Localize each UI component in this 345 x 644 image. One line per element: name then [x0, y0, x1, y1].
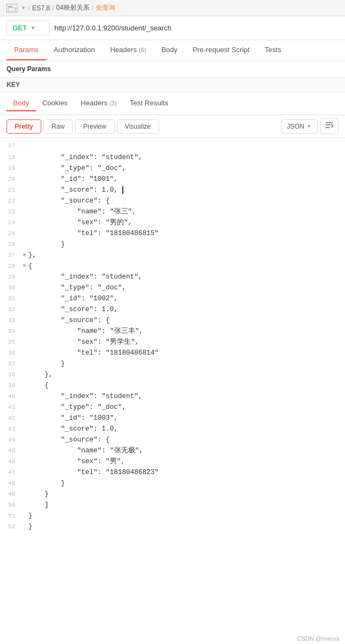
- line-number: 45: [0, 446, 22, 456]
- line-number: 40: [0, 392, 22, 402]
- line-number: 23: [0, 207, 22, 217]
- line-content: "_source": {: [28, 315, 345, 326]
- code-line: 36 "tel": "18180486814": [0, 348, 345, 358]
- code-line: 48 }: [0, 478, 345, 489]
- line-number: 18: [0, 153, 22, 163]
- code-line: 41 "_type": "_doc",: [0, 402, 345, 413]
- format-toolbar: Pretty Raw Preview Visualize JSON ▼: [0, 115, 345, 138]
- footer: CSDN @maoya: [292, 633, 345, 644]
- line-number: 50: [0, 501, 22, 510]
- code-line: 33 "_source": {: [0, 315, 345, 326]
- code-line: 51}: [0, 510, 345, 521]
- breadcrumb-current[interactable]: 全查询: [96, 3, 115, 12]
- line-number: 19: [0, 164, 22, 174]
- resp-tab-cookies[interactable]: Cookies: [36, 96, 74, 111]
- breadcrumb-arrow[interactable]: ▼: [21, 5, 26, 11]
- query-params-section: Query Params: [0, 61, 345, 78]
- tab-pre-request[interactable]: Pre-request Script: [185, 40, 258, 60]
- line-number: 20: [0, 175, 22, 185]
- code-area: 1718 "_index": "student",19 "_type": "_d…: [0, 138, 345, 535]
- svg-rect-1: [8, 8, 15, 11]
- line-number: 44: [0, 435, 22, 445]
- tab-authorization[interactable]: Authorization: [46, 40, 103, 60]
- line-number: 31: [0, 294, 22, 304]
- line-number: 21: [0, 186, 22, 195]
- fold-icon[interactable]: [22, 251, 28, 260]
- code-line: 43 "_score": 1.0,: [0, 424, 345, 434]
- key-column-header: KEY: [0, 78, 345, 92]
- code-line: 39 {: [0, 380, 345, 391]
- code-line: 52}: [0, 521, 345, 532]
- url-bar: GET ▼: [0, 16, 345, 40]
- method-select[interactable]: GET ▼: [7, 21, 50, 35]
- line-content: ]: [28, 500, 345, 510]
- breadcrumb-es78[interactable]: ES7.8: [32, 4, 50, 12]
- line-content: "_index": "student",: [28, 152, 345, 163]
- tab-headers[interactable]: Headers (6): [103, 40, 154, 60]
- line-number: 22: [0, 197, 22, 206]
- tab-body[interactable]: Body: [154, 40, 185, 60]
- wrap-button[interactable]: [320, 118, 338, 134]
- resp-tab-test-results[interactable]: Test Results: [123, 96, 175, 111]
- code-line: 28{: [0, 261, 345, 272]
- resp-tab-body[interactable]: Body: [7, 96, 36, 111]
- code-line: 45 "name": "张无极",: [0, 445, 345, 456]
- fmt-visualize[interactable]: Visualize: [117, 119, 159, 134]
- line-content: },: [28, 250, 345, 261]
- line-number: 30: [0, 283, 22, 293]
- resp-tab-headers[interactable]: Headers (3): [74, 96, 123, 111]
- line-content: "sex": "男",: [28, 456, 345, 467]
- line-content: "name": "张三丰",: [28, 326, 345, 337]
- line-number: 33: [0, 316, 22, 326]
- fold-icon[interactable]: [22, 262, 28, 271]
- line-content: "tel": "18180486814": [28, 348, 345, 358]
- code-line: 40 "_index": "student",: [0, 391, 345, 402]
- fmt-raw[interactable]: Raw: [43, 119, 73, 134]
- line-number: 38: [0, 370, 22, 380]
- line-number: 36: [0, 349, 22, 358]
- code-line: 35 "sex": "男学生",: [0, 337, 345, 348]
- breadcrumb-mapping[interactable]: 04映射关系: [56, 3, 89, 12]
- fmt-preview[interactable]: Preview: [75, 119, 115, 134]
- file-icon: [7, 4, 17, 12]
- line-content: "tel": "18180486823": [28, 467, 345, 478]
- code-line: 21 "_score": 1.0,: [0, 185, 345, 195]
- line-number: 28: [0, 262, 22, 272]
- line-number: 39: [0, 381, 22, 391]
- code-line: 20 "_id": "1001",: [0, 174, 345, 185]
- line-number: 49: [0, 490, 22, 500]
- line-number: 41: [0, 403, 22, 413]
- line-content: "_type": "_doc",: [28, 282, 345, 293]
- code-line: 24 "sex": "男的",: [0, 217, 345, 228]
- code-line: 37 }: [0, 358, 345, 369]
- line-number: 26: [0, 240, 22, 250]
- code-line: 30 "_type": "_doc",: [0, 282, 345, 293]
- fmt-pretty[interactable]: Pretty: [7, 119, 41, 134]
- line-content: },: [28, 369, 345, 380]
- line-content: "_id": "1002",: [28, 293, 345, 304]
- code-line: 47 "tel": "18180486823": [0, 467, 345, 478]
- code-line: 23 "name": "张三",: [0, 206, 345, 217]
- code-line: 34 "name": "张三丰",: [0, 326, 345, 337]
- line-number: 52: [0, 522, 22, 532]
- svg-rect-0: [8, 6, 12, 7]
- line-number: 46: [0, 457, 22, 467]
- line-content: "name": "张三",: [28, 206, 345, 217]
- line-content: "_score": 1.0,: [28, 304, 345, 315]
- code-line: 42 "_id": "1003",: [0, 413, 345, 424]
- response-tabs: Body Cookies Headers (3) Test Results: [0, 92, 345, 115]
- code-line: 49 }: [0, 489, 345, 500]
- line-content: "_source": {: [28, 434, 345, 445]
- breadcrumb: ▼ / ES7.8 / 04映射关系 / 全查询: [0, 0, 345, 16]
- tab-params[interactable]: Params: [7, 40, 46, 60]
- url-input[interactable]: [54, 22, 338, 34]
- line-number: 47: [0, 468, 22, 478]
- json-type-select[interactable]: JSON ▼: [281, 119, 318, 134]
- line-content: "_score": 1.0,: [28, 185, 345, 195]
- json-arrow: ▼: [306, 123, 312, 129]
- line-content: "_id": "1001",: [28, 174, 345, 185]
- line-content: "name": "张无极",: [28, 445, 345, 456]
- line-content: {: [28, 380, 345, 391]
- tab-tests[interactable]: Tests: [257, 40, 288, 60]
- code-line: 17: [0, 141, 345, 152]
